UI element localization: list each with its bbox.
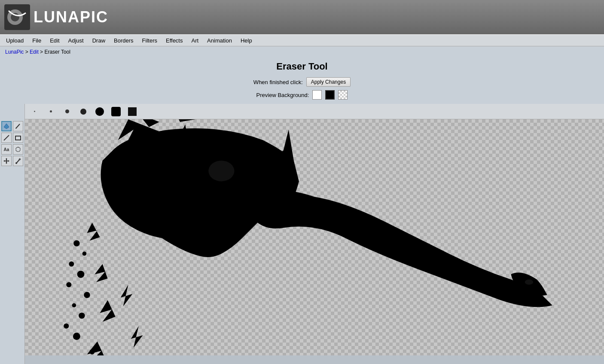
svg-point-24 — [72, 303, 76, 307]
preview-bg-transparent[interactable] — [338, 90, 348, 100]
tool-lasso[interactable] — [13, 144, 23, 155]
wolf-image — [25, 119, 604, 355]
breadcrumb-lunapic[interactable]: LunaPic — [5, 49, 24, 55]
page-title: Eraser Tool — [276, 61, 327, 72]
svg-point-21 — [77, 271, 85, 278]
svg-point-19 — [82, 252, 87, 256]
canvas-inner — [25, 119, 604, 355]
breadcrumb-edit[interactable]: Edit — [30, 49, 39, 55]
apply-row: When finished click: Apply Changes — [253, 77, 351, 87]
preview-bg-label: Preview Background: — [256, 92, 309, 98]
svg-line-3 — [16, 124, 20, 128]
svg-point-18 — [73, 240, 79, 246]
brush-size-xl[interactable] — [94, 106, 106, 118]
menu-draw[interactable]: Draw — [88, 36, 110, 46]
breadcrumb: LunaPic > Edit > Eraser Tool — [0, 46, 604, 58]
svg-rect-6 — [15, 136, 21, 140]
svg-point-27 — [73, 333, 80, 340]
breadcrumb-sep2: > — [40, 49, 44, 55]
logo-area: LUNAPIC — [4, 4, 108, 30]
tool-pencil[interactable] — [13, 121, 23, 131]
tool-move[interactable] — [1, 156, 12, 166]
tool-row-2 — [1, 133, 23, 143]
svg-marker-9 — [6, 158, 7, 159]
header: LUNAPIC — [0, 0, 604, 34]
tool-text[interactable]: Aa — [1, 144, 12, 155]
preview-bg-white[interactable] — [312, 90, 322, 100]
brush-size-xxl[interactable] — [110, 106, 122, 118]
apply-label: When finished click: — [253, 79, 303, 85]
apply-button[interactable]: Apply Changes — [306, 77, 351, 87]
menu-upload[interactable]: Upload — [2, 36, 28, 46]
svg-point-25 — [79, 312, 85, 318]
logo-icon — [4, 4, 30, 30]
toolbar-and-canvas: Aa — [0, 119, 604, 364]
tool-line[interactable] — [1, 133, 12, 143]
logo-text: LUNAPIC — [34, 8, 108, 26]
tool-row-1 — [1, 121, 23, 131]
preview-bg-row: Preview Background: — [256, 90, 348, 100]
svg-point-16 — [525, 279, 533, 285]
tool-eraser[interactable] — [1, 121, 12, 131]
svg-point-28 — [89, 349, 95, 355]
left-toolbar: Aa — [0, 119, 25, 364]
menu-adjust[interactable]: Adjust — [64, 36, 88, 46]
brush-size-sq[interactable] — [126, 106, 138, 118]
controls-area: When finished click: Apply Changes Previ… — [253, 77, 351, 100]
svg-marker-10 — [6, 163, 7, 164]
menu-art[interactable]: Art — [187, 36, 203, 46]
menu-file[interactable]: File — [28, 36, 46, 46]
brush-size-md[interactable] — [61, 106, 73, 118]
svg-marker-11 — [3, 160, 5, 162]
canvas-container[interactable] — [25, 119, 604, 364]
brush-size-lg[interactable] — [77, 106, 89, 118]
brush-size-xs[interactable] — [28, 106, 40, 118]
svg-marker-2 — [4, 124, 9, 129]
tool-row-3: Aa — [1, 144, 23, 155]
svg-marker-12 — [8, 160, 9, 162]
editor-area: Aa — [0, 104, 604, 364]
svg-point-26 — [64, 323, 69, 328]
menu-effects[interactable]: Effects — [162, 36, 187, 46]
svg-point-14 — [15, 162, 17, 164]
menu-borders[interactable]: Borders — [110, 36, 138, 46]
preview-bg-black[interactable] — [325, 90, 335, 100]
tool-rect[interactable] — [13, 133, 23, 143]
brush-size-sm[interactable] — [45, 106, 57, 118]
sizes-bar — [25, 104, 604, 119]
svg-line-5 — [4, 135, 9, 140]
menu-help[interactable]: Help — [236, 36, 256, 46]
menu-edit[interactable]: Edit — [46, 36, 64, 46]
breadcrumb-sep1: > — [25, 49, 30, 55]
tool-eyedropper[interactable] — [13, 156, 23, 166]
menu-filters[interactable]: Filters — [138, 36, 162, 46]
tool-row-4 — [1, 156, 23, 166]
menu-animation[interactable]: Animation — [203, 36, 236, 46]
menubar: Upload File Edit Adjust Draw Borders Fil… — [0, 34, 604, 46]
svg-point-17 — [208, 161, 234, 181]
main-content: Eraser Tool When finished click: Apply C… — [0, 58, 604, 104]
svg-point-20 — [69, 261, 74, 267]
breadcrumb-current: Eraser Tool — [44, 49, 70, 55]
svg-point-22 — [66, 282, 71, 287]
svg-point-23 — [84, 292, 90, 298]
